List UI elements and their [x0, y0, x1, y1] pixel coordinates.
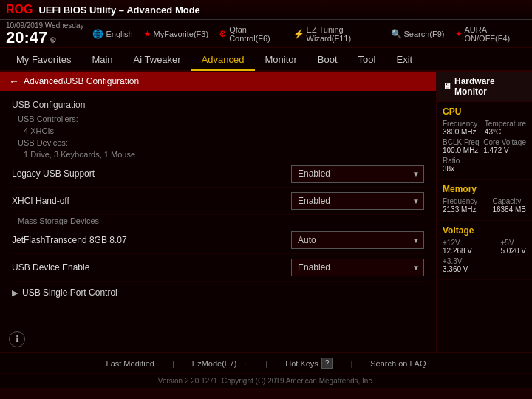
hw-cpu-bclk-row: BCLK Freq 100.0 MHz Core Voltage 1.472 V	[443, 138, 526, 154]
xhci-handoff-label: XHCI Hand-off	[12, 196, 69, 206]
nav-advanced[interactable]: Advanced	[191, 49, 255, 71]
usb-device-enable-select-wrapper: Enabled Disabled	[291, 259, 424, 276]
jetflash-label: JetFlashTranscend 8GB 8.07	[12, 235, 127, 245]
search-icon: 🔍	[391, 29, 402, 39]
ezmode-button[interactable]: EzMode(F7) →	[192, 359, 248, 368]
usb-single-port-label: USB Single Port Control	[22, 287, 117, 298]
expand-icon: ▶	[12, 288, 18, 298]
usb-controllers-value: 4 XHCIs	[12, 125, 424, 137]
ezmode-arrow-icon: →	[239, 359, 248, 368]
nav-tool[interactable]: Tool	[348, 48, 386, 70]
usb-device-enable-row: USB Device Enable Enabled Disabled	[12, 254, 424, 282]
usb-devices-label: USB Devices:	[12, 137, 424, 149]
hw-monitor-panel: 🖥 Hardware Monitor CPU Frequency 3800 MH…	[436, 72, 532, 352]
hw-ratio-label: Ratio	[443, 157, 526, 165]
settings-icon[interactable]: ⚙	[50, 35, 57, 45]
hw-mem-freq-value: 2133 MHz	[443, 205, 477, 214]
hw-12v-label: +12V	[443, 239, 472, 247]
xhci-handoff-row: XHCI Hand-off Enabled Disabled	[12, 188, 424, 215]
hw-cpu-freq-label: Frequency	[443, 120, 477, 128]
hw-cpu-freq-row: Frequency 3800 MHz Temperature 43°C	[443, 120, 526, 136]
nav-main[interactable]: Main	[81, 48, 123, 70]
last-modified-text: Last Modified	[106, 359, 154, 368]
xhci-handoff-select-wrapper: Enabled Disabled	[291, 192, 424, 210]
top-bar-items: 🌐 English ★ MyFavorite(F3) ⚙ Qfan Contro…	[92, 25, 526, 43]
footer: Version 2.20.1271. Copyright (C) 2019 Am…	[0, 373, 532, 388]
aura-icon: ✦	[455, 29, 463, 39]
bottom-bar: Last Modified | EzMode(F7) → | Hot Keys …	[0, 352, 532, 373]
hw-memory-title: Memory	[443, 184, 526, 194]
bios-title: UEFI BIOS Utility – Advanced Mode	[38, 4, 200, 16]
nav-monitor[interactable]: Monitor	[255, 48, 307, 70]
legacy-usb-select[interactable]: Enabled Disabled Auto	[291, 165, 424, 183]
hot-keys-button[interactable]: Hot Keys ?	[285, 358, 332, 369]
hw-5v-value: 5.020 V	[501, 247, 526, 255]
jetflash-row: JetFlashTranscend 8GB 8.07 Auto Enabled …	[12, 227, 424, 254]
xhci-handoff-select[interactable]: Enabled Disabled	[291, 192, 424, 210]
usb-single-port-control[interactable]: ▶ USB Single Port Control	[12, 282, 424, 304]
hw-mem-freq-label: Frequency	[443, 197, 477, 205]
hw-cpu-temp-value: 43°C	[485, 128, 526, 136]
hw-ratio-value: 38x	[443, 165, 526, 173]
hw-volt-row: +12V 12.268 V +5V 5.020 V	[443, 239, 526, 255]
usb-device-enable-select[interactable]: Enabled Disabled	[291, 259, 424, 276]
nav-my-favorites[interactable]: My Favorites	[6, 48, 81, 70]
hw-33v-value: 3.360 V	[443, 265, 526, 273]
ez-tuning-icon: ⚡	[293, 29, 304, 39]
back-arrow[interactable]: ←	[9, 75, 19, 87]
monitor-icon: 🖥	[443, 81, 451, 92]
myfavorite-button[interactable]: ★ MyFavorite(F3)	[143, 29, 209, 39]
hw-monitor-title-text: Hardware Monitor	[454, 76, 526, 97]
breadcrumb-text: Advanced\USB Configuration	[24, 76, 139, 86]
favorite-icon: ★	[143, 29, 151, 39]
hw-12v-value: 12.268 V	[443, 247, 472, 255]
language-label: English	[106, 30, 132, 38]
datetime-block: 10/09/2019 Wednesday 20:47 ⚙	[6, 21, 83, 46]
nav-boot[interactable]: Boot	[307, 48, 348, 70]
language-selector[interactable]: 🌐 English	[92, 29, 132, 39]
hw-33v-label: +3.3V	[443, 257, 526, 265]
info-button[interactable]: ℹ	[9, 331, 25, 347]
hw-monitor-title: 🖥 Hardware Monitor	[437, 72, 532, 102]
nav-menu: My Favorites Main Ai Tweaker Advanced Mo…	[0, 48, 532, 72]
qfan-icon: ⚙	[219, 29, 227, 39]
aura-button[interactable]: ✦ AURA ON/OFF(F4)	[455, 25, 526, 43]
search-faq-button[interactable]: Search on FAQ	[370, 359, 426, 368]
usb-config-label: USB Configuration	[12, 97, 424, 113]
hw-voltage-section: Voltage +12V 12.268 V +5V 5.020 V +3.3V …	[437, 221, 532, 280]
qfan-button[interactable]: ⚙ Qfan Control(F6)	[219, 25, 282, 43]
hot-keys-badge: ?	[321, 358, 333, 369]
legacy-usb-select-wrapper: Enabled Disabled Auto	[291, 165, 424, 183]
hw-cpu-title: CPU	[443, 106, 526, 117]
legacy-usb-label: Legacy USB Support	[12, 168, 95, 179]
nav-ai-tweaker[interactable]: Ai Tweaker	[123, 48, 191, 70]
hw-mem-row: Frequency 2133 MHz Capacity 16384 MB	[443, 197, 526, 214]
jetflash-select[interactable]: Auto Enabled Disabled	[291, 231, 424, 249]
mass-storage-label: Mass Storage Devices:	[12, 215, 424, 227]
hw-voltage-title: Voltage	[443, 225, 526, 236]
nav-exit[interactable]: Exit	[386, 48, 423, 70]
content-panel: ← Advanced\USB Configuration USB Configu…	[0, 72, 436, 352]
ez-tuning-button[interactable]: ⚡ EZ Tuning Wizard(F11)	[293, 25, 381, 43]
hw-cpu-section: CPU Frequency 3800 MHz Temperature 43°C …	[437, 102, 532, 180]
ezmode-label: EzMode(F7)	[192, 359, 237, 368]
footer-text: Version 2.20.1271. Copyright (C) 2019 Am…	[158, 377, 374, 385]
hw-corevolt-label: Core Voltage	[483, 138, 526, 146]
bios-header: ROG UEFI BIOS Utility – Advanced Mode	[0, 0, 532, 20]
ez-tuning-label: EZ Tuning Wizard(F11)	[307, 25, 381, 43]
hw-bclk-label: BCLK Freq	[443, 138, 479, 146]
search-button[interactable]: 🔍 Search(F9)	[391, 29, 445, 39]
rog-logo: ROG	[6, 3, 33, 16]
usb-device-enable-label: USB Device Enable	[12, 262, 89, 273]
hw-memory-section: Memory Frequency 2133 MHz Capacity 16384…	[437, 180, 532, 221]
usb-controllers-label: USB Controllers:	[12, 113, 424, 125]
myfavorite-label: MyFavorite(F3)	[154, 30, 209, 38]
top-bar: 10/09/2019 Wednesday 20:47 ⚙ 🌐 English ★…	[0, 20, 532, 48]
hw-cpu-freq-value: 3800 MHz	[443, 128, 477, 136]
hot-keys-label: Hot Keys	[285, 359, 318, 368]
language-icon: 🌐	[92, 29, 103, 39]
qfan-label: Qfan Control(F6)	[229, 25, 282, 43]
legacy-usb-row: Legacy USB Support Enabled Disabled Auto	[12, 160, 424, 188]
hw-cpu-temp-label: Temperature	[485, 120, 526, 128]
jetflash-select-wrapper: Auto Enabled Disabled	[291, 231, 424, 249]
